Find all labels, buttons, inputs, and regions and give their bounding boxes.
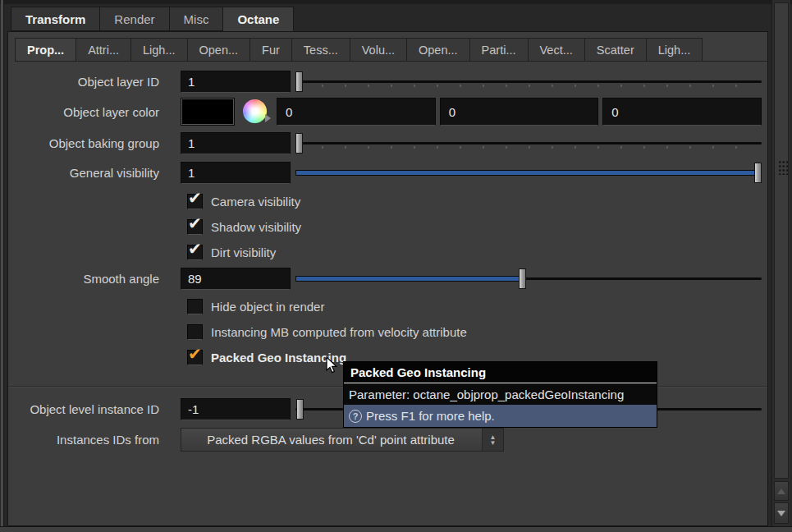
smooth-angle-slider[interactable] (295, 268, 762, 290)
shadow-visibility-checkbox[interactable]: ✔ (187, 219, 203, 235)
color-g-input[interactable]: 0 (440, 98, 599, 126)
slider-track[interactable] (522, 277, 762, 280)
packed-geo-instancing-checkbox[interactable]: ✔ (187, 350, 203, 365)
octane-subtabbar: Prop... Attri... Ligh... Open... Fur Tes… (15, 38, 767, 62)
row-object-layer-color: Object layer color 0 0 0 (8, 97, 767, 126)
hide-object-label: Hide object in render (211, 300, 324, 314)
tooltip-help-text: Press F1 for more help. (366, 409, 495, 423)
tab-octane[interactable]: Octane (223, 7, 294, 31)
pane-left-divider[interactable] (1, 0, 4, 532)
row-hide-object: Hide object in render (8, 297, 324, 315)
octane-properties-panel: Prop... Attri... Ligh... Open... Fur Tes… (7, 31, 768, 526)
camera-visibility-checkbox[interactable]: ✔ (187, 194, 203, 209)
general-visibility-slider[interactable] (295, 162, 762, 184)
slider-handle[interactable] (519, 268, 526, 289)
subtab-open-1[interactable]: Open... (188, 38, 251, 61)
subtab-tessellation[interactable]: Tess... (292, 38, 350, 61)
subtab-attributes[interactable]: Attri... (76, 38, 131, 61)
subtab-particles[interactable]: Parti... (470, 38, 529, 61)
row-general-visibility: General visibility 1 (8, 161, 767, 185)
object-layer-id-label: Object layer ID (8, 75, 166, 89)
dirt-visibility-checkbox[interactable]: ✔ (187, 245, 203, 260)
instancing-mb-checkbox[interactable] (187, 324, 203, 340)
scrollbar-thumb[interactable] (774, 2, 789, 479)
tab-misc[interactable]: Misc (170, 7, 224, 31)
color-swatch[interactable] (181, 98, 235, 126)
general-visibility-label: General visibility (8, 166, 166, 180)
instances-ids-from-dropdown[interactable]: Packed RGBA values from 'Cd' point attri… (181, 428, 504, 452)
row-instances-ids-from: Instances IDs from Packed RGBA values fr… (8, 427, 767, 452)
slider-track[interactable] (295, 142, 762, 144)
subtab-vectron[interactable]: Vect... (529, 38, 585, 61)
row-instancing-mb: Instancing MB computed from velocity att… (8, 323, 467, 341)
subtab-properties[interactable]: Prop... (15, 38, 76, 61)
slider-ticks (299, 146, 758, 149)
color-wheel-icon (243, 99, 267, 123)
slider-track[interactable] (295, 80, 762, 83)
subtab-light-2[interactable]: Ligh... (647, 38, 703, 61)
dirt-visibility-label: Dirt visibility (211, 245, 276, 259)
camera-visibility-label: Camera visibility (211, 195, 300, 209)
slider-blue-track[interactable] (295, 170, 762, 176)
tab-transform[interactable]: Transform (11, 7, 100, 31)
object-layer-id-input[interactable]: 1 (181, 71, 291, 93)
vertical-scrollbar[interactable] (771, 0, 790, 530)
color-wheel-button[interactable] (241, 99, 269, 124)
slider-handle[interactable] (296, 399, 304, 420)
check-icon: ✔ (188, 189, 202, 207)
tooltip-parameter: Parameter: octane_objprop_packedGeoInsta… (344, 383, 657, 405)
row-object-baking-group: Object baking group 1 (8, 131, 767, 155)
scrollbar-up-button[interactable] (774, 481, 789, 501)
slider-blue-track[interactable] (295, 276, 522, 282)
arrow-down-icon (777, 511, 785, 516)
pane-top-edge (0, 0, 792, 4)
subtab-fur[interactable]: Fur (250, 38, 292, 61)
row-shadow-visibility: ✔ Shadow visibility (8, 218, 301, 236)
subtab-open-2[interactable]: Open... (407, 38, 470, 61)
mouse-cursor-icon (325, 356, 338, 377)
octane-parameter-pane: Transform Render Misc Octane Prop... Att… (0, 0, 792, 532)
scrollbar-grip-icon (777, 159, 788, 175)
tooltip-help: ? Press F1 for more help. (344, 405, 657, 427)
subtab-volume[interactable]: Volu... (350, 38, 407, 61)
row-camera-visibility: ✔ Camera visibility (8, 192, 300, 210)
object-baking-group-slider[interactable] (295, 132, 762, 154)
slider-handle[interactable] (295, 133, 303, 154)
instancing-mb-label: Instancing MB computed from velocity att… (211, 325, 467, 339)
object-level-instance-id-label: Object level instance ID (8, 402, 166, 416)
color-wheel-arrow-icon (265, 114, 271, 122)
dropdown-spinner[interactable]: ▲ ▼ (482, 429, 503, 451)
slider-handle[interactable] (754, 163, 762, 183)
general-visibility-input[interactable]: 1 (181, 162, 291, 184)
hide-object-checkbox[interactable] (187, 299, 203, 314)
row-dirt-visibility: ✔ Dirt visibility (8, 243, 276, 261)
subtab-scatter[interactable]: Scatter (585, 38, 647, 61)
subtab-light-1[interactable]: Ligh... (131, 38, 188, 61)
shadow-visibility-label: Shadow visibility (211, 220, 301, 234)
check-icon: ✔ (188, 345, 202, 363)
slider-handle[interactable] (295, 71, 303, 92)
color-r-input[interactable]: 0 (277, 98, 436, 126)
folder-tabbar: Transform Render Misc Octane (11, 6, 294, 31)
tab-render[interactable]: Render (100, 7, 169, 31)
smooth-angle-label: Smooth angle (8, 272, 166, 286)
spinner-down-icon: ▼ (490, 440, 497, 446)
pane-bottom-edge (0, 526, 792, 532)
parameter-tooltip: Packed Geo Instancing Parameter: octane_… (343, 361, 657, 428)
object-layer-id-slider[interactable] (295, 71, 762, 93)
help-question-icon: ? (349, 410, 362, 423)
object-layer-color-label: Object layer color (8, 105, 166, 119)
slider-ticks (299, 85, 758, 87)
color-b-input[interactable]: 0 (602, 98, 762, 126)
object-baking-group-input[interactable]: 1 (181, 132, 291, 154)
object-baking-group-label: Object baking group (8, 136, 166, 150)
arrow-up-icon (777, 488, 785, 494)
row-packed-geo-instancing: ✔ Packed Geo Instancing (8, 348, 346, 366)
scrollbar-down-button[interactable] (774, 502, 789, 524)
row-object-layer-id: Object layer ID 1 (8, 70, 767, 94)
object-level-instance-id-input[interactable]: -1 (181, 398, 291, 420)
tooltip-title: Packed Geo Instancing (344, 362, 657, 383)
row-smooth-angle: Smooth angle 89 (8, 267, 767, 291)
dropdown-selected-value: Packed RGBA values from 'Cd' point attri… (181, 433, 482, 447)
smooth-angle-input[interactable]: 89 (181, 268, 291, 290)
